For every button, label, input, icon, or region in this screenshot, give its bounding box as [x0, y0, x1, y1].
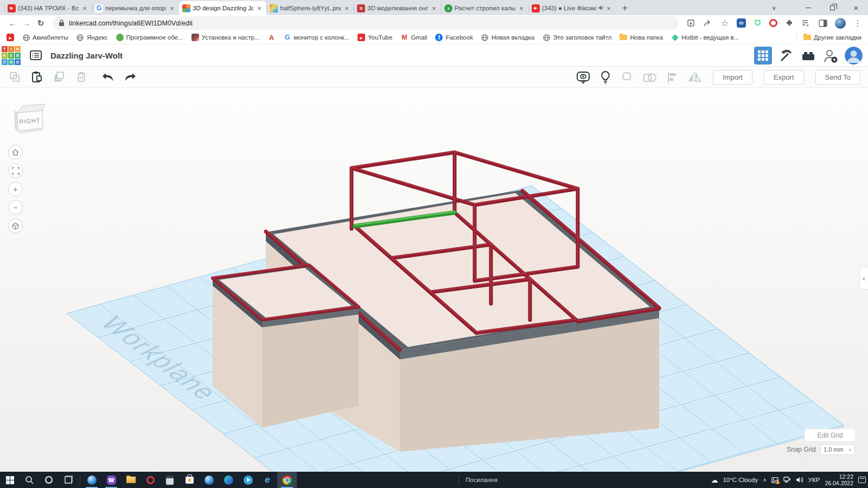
browser-tab[interactable]: ▶ (343) НА ТРОИХ - Все серии по × [4, 1, 92, 15]
home-view-button[interactable] [8, 145, 23, 159]
copy-icon[interactable] [8, 70, 22, 84]
bookmark-item[interactable]: M Gmail [400, 34, 427, 41]
zoom-in-button[interactable]: + [8, 182, 23, 196]
reload-icon[interactable]: ↻ [34, 16, 48, 30]
weather-cloud-icon[interactable]: ☁ [711, 476, 718, 484]
perspective-toggle-button[interactable] [8, 219, 23, 233]
import-button[interactable]: Import [713, 70, 752, 85]
browser-tab[interactable]: z Расчет стропил калькулятор, р × [441, 1, 528, 15]
bookmark-item[interactable]: Новая вкладка [481, 34, 534, 41]
other-bookmarks[interactable]: Другие закладки [803, 34, 861, 41]
tab-audio-icon[interactable] [598, 3, 605, 13]
browser-tab[interactable]: G перемычка для опоры балки к × [92, 1, 179, 15]
user-avatar[interactable] [845, 47, 863, 65]
restore-button[interactable] [820, 0, 844, 15]
new-tab-button[interactable]: + [618, 1, 632, 15]
bookmark-item[interactable]: ▶ YouTube [358, 34, 392, 41]
group-icon[interactable] [621, 70, 635, 85]
bookmark-folder[interactable]: Нова папка [620, 34, 663, 41]
menu-kebab-icon[interactable]: ⋮ [853, 18, 863, 28]
search-button[interactable] [20, 472, 39, 488]
bookmark-star-icon[interactable]: ☆ [720, 18, 730, 28]
extension-id-icon[interactable]: iD [737, 18, 746, 28]
tab-close-icon[interactable]: × [168, 4, 176, 12]
weather-text[interactable]: 10°C Cloudy [723, 477, 758, 483]
fit-view-button[interactable] [8, 163, 23, 178]
bookmark-item[interactable]: А [268, 34, 276, 41]
network-tray-icon[interactable] [783, 477, 791, 483]
export-button[interactable]: Export [764, 70, 804, 85]
bookmark-item[interactable]: Hotbit - ведущая в... [671, 34, 739, 41]
close-button[interactable]: × [844, 0, 868, 15]
store-app[interactable] [180, 472, 199, 488]
extension-android-icon[interactable]: ᗜ [753, 18, 762, 28]
file-explorer[interactable] [121, 472, 141, 488]
internet-explorer-app[interactable]: e [258, 472, 277, 488]
blocks-grid-button[interactable] [754, 47, 772, 65]
add-person-icon[interactable] [822, 48, 839, 64]
tab-close-icon[interactable]: × [518, 4, 525, 12]
3d-viewport[interactable]: Workplane [0, 88, 868, 472]
app-sphere-1[interactable] [82, 472, 101, 488]
duplicate-icon[interactable] [52, 70, 66, 84]
telegram-app[interactable] [238, 472, 258, 488]
app-sphere-2[interactable] [199, 472, 219, 488]
share-icon[interactable] [703, 18, 713, 28]
opera-app[interactable] [141, 472, 160, 488]
profile-avatar[interactable] [835, 18, 846, 29]
sidebar-icon[interactable] [818, 18, 828, 28]
bookmark-item[interactable]: G монитор с колонк... [284, 34, 350, 41]
bookmark-item[interactable]: Программное обе... [116, 34, 183, 41]
undo-icon[interactable] [101, 70, 115, 84]
tab-close-icon[interactable]: × [81, 4, 88, 12]
tab-close-icon[interactable]: × [256, 4, 263, 12]
light-bulb-icon[interactable] [598, 70, 612, 85]
edge-app[interactable] [219, 472, 238, 488]
bookmark-item[interactable]: f Facebook [435, 34, 473, 41]
bookmark-item[interactable]: Яндекс [76, 34, 108, 41]
language-indicator[interactable]: УКР [808, 477, 820, 483]
task-view-button[interactable] [59, 472, 78, 488]
extension-opera-icon[interactable] [769, 19, 777, 27]
shapes-panel-toggle[interactable]: ‹ [859, 267, 868, 290]
tray-expand-icon[interactable]: ∧ [763, 477, 767, 483]
tinkercad-logo[interactable]: TIN KER CAD [1, 46, 21, 66]
delete-icon[interactable] [74, 70, 88, 84]
forward-icon[interactable]: → [20, 16, 34, 30]
bookmark-item[interactable]: Установка и настр... [192, 34, 260, 41]
ungroup-icon[interactable] [643, 70, 657, 85]
minimize-button[interactable] [796, 0, 820, 15]
annex-building[interactable] [213, 265, 359, 428]
extensions-puzzle-icon[interactable] [784, 18, 794, 28]
tab-close-icon[interactable]: × [605, 4, 612, 12]
bookmark-item[interactable]: Авиабилеты [22, 34, 68, 41]
bookmark-item[interactable]: ▶ [7, 34, 14, 41]
calculator-app[interactable] [160, 472, 180, 488]
browser-tab-active[interactable]: 3D design Dazzling Jarv-Wolt | T × [179, 1, 266, 15]
redo-icon[interactable] [123, 70, 137, 84]
send-to-button[interactable]: Send To [815, 70, 860, 85]
align-icon[interactable] [665, 70, 679, 85]
tab-search-icon[interactable]: ∨ [766, 0, 782, 15]
browser-tab[interactable]: halfSphere-iy8YyL.png (100×10 × [266, 1, 354, 15]
design-title[interactable]: Dazzling Jarv-Wolt [50, 51, 123, 60]
minecraft-pickaxe-icon[interactable] [778, 48, 794, 64]
links-toolbar[interactable]: Посилання [458, 472, 497, 488]
tab-close-icon[interactable]: × [430, 4, 438, 12]
bookmark-item[interactable]: Это заголовок тайтл [542, 34, 611, 41]
paste-icon[interactable] [30, 70, 44, 84]
volume-tray-icon[interactable] [796, 477, 803, 483]
back-icon[interactable]: ← [5, 16, 20, 30]
mirror-icon[interactable] [687, 70, 701, 85]
brick-icon[interactable] [800, 48, 816, 64]
viber-app[interactable]: ☎ [101, 472, 121, 488]
start-button[interactable] [0, 472, 20, 488]
clock[interactable]: 12:22 26.04.2022 [825, 473, 853, 486]
browser-tab[interactable]: S 3D моделювання онлайн × [354, 1, 441, 15]
install-icon[interactable] [686, 18, 696, 28]
zoom-out-button[interactable]: − [8, 200, 23, 215]
view-cube[interactable]: RIGHT [10, 98, 52, 138]
show-all-icon[interactable] [576, 70, 590, 85]
edit-grid-button[interactable]: Edit Grid [805, 429, 855, 441]
sync-tray-icon[interactable] [771, 477, 778, 483]
